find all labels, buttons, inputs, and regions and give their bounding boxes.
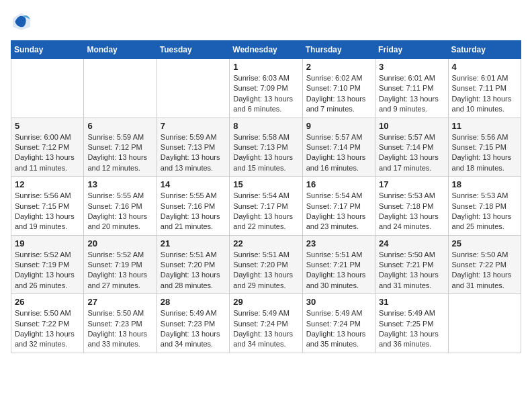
day-number: 14 <box>161 179 226 189</box>
day-info: Sunrise: 5:51 AMSunset: 7:21 PMDaylight:… <box>306 250 371 291</box>
calendar-cell <box>448 294 521 353</box>
day-info: Sunrise: 5:50 AMSunset: 7:23 PMDaylight:… <box>87 308 152 350</box>
day-number: 16 <box>306 179 371 189</box>
logo-icon <box>11 11 32 32</box>
day-info: Sunrise: 5:50 AMSunset: 7:22 PMDaylight:… <box>15 308 80 350</box>
day-number: 27 <box>87 297 152 307</box>
day-info: Sunrise: 5:52 AMSunset: 7:19 PMDaylight:… <box>87 250 152 291</box>
day-info: Sunrise: 5:51 AMSunset: 7:20 PMDaylight:… <box>233 250 298 291</box>
day-info: Sunrise: 5:49 AMSunset: 7:25 PMDaylight:… <box>379 308 444 350</box>
day-info: Sunrise: 6:00 AMSunset: 7:12 PMDaylight:… <box>15 132 80 174</box>
day-info: Sunrise: 6:01 AMSunset: 7:11 PMDaylight:… <box>379 73 444 115</box>
calendar-cell: 30Sunrise: 5:49 AMSunset: 7:24 PMDayligh… <box>302 294 375 353</box>
calendar-cell: 16Sunrise: 5:54 AMSunset: 7:17 PMDayligh… <box>302 177 375 236</box>
day-number: 22 <box>233 238 298 248</box>
day-number: 19 <box>15 238 80 248</box>
calendar-cell: 14Sunrise: 5:55 AMSunset: 7:16 PMDayligh… <box>157 177 229 236</box>
day-number: 6 <box>87 121 152 131</box>
day-info: Sunrise: 5:50 AMSunset: 7:21 PMDaylight:… <box>379 250 444 291</box>
day-number: 20 <box>87 238 152 248</box>
day-info: Sunrise: 5:54 AMSunset: 7:17 PMDaylight:… <box>233 191 298 232</box>
calendar-cell: 26Sunrise: 5:50 AMSunset: 7:22 PMDayligh… <box>11 294 84 353</box>
calendar-row: 26Sunrise: 5:50 AMSunset: 7:22 PMDayligh… <box>11 294 521 353</box>
day-number: 3 <box>379 62 444 72</box>
day-number: 1 <box>233 62 298 72</box>
calendar-cell <box>11 59 84 118</box>
day-info: Sunrise: 5:58 AMSunset: 7:13 PMDaylight:… <box>233 132 298 174</box>
day-number: 31 <box>379 297 444 307</box>
calendar-cell: 28Sunrise: 5:49 AMSunset: 7:23 PMDayligh… <box>157 294 229 353</box>
day-number: 21 <box>161 238 226 248</box>
calendar-cell: 5Sunrise: 6:00 AMSunset: 7:12 PMDaylight… <box>11 118 84 177</box>
calendar-cell: 1Sunrise: 6:03 AMSunset: 7:09 PMDaylight… <box>230 59 302 118</box>
day-info: Sunrise: 5:59 AMSunset: 7:13 PMDaylight:… <box>161 132 226 174</box>
weekday-header: Wednesday <box>230 41 302 59</box>
day-info: Sunrise: 5:53 AMSunset: 7:18 PMDaylight:… <box>379 191 444 232</box>
calendar-cell <box>84 59 157 118</box>
calendar-row: 12Sunrise: 5:56 AMSunset: 7:15 PMDayligh… <box>11 177 521 236</box>
calendar-cell: 4Sunrise: 6:01 AMSunset: 7:11 PMDaylight… <box>448 59 521 118</box>
day-number: 4 <box>452 62 517 72</box>
calendar-cell: 9Sunrise: 5:57 AMSunset: 7:14 PMDaylight… <box>302 118 375 177</box>
weekday-header: Saturday <box>448 41 521 59</box>
day-number: 23 <box>306 238 371 248</box>
calendar-header: SundayMondayTuesdayWednesdayThursdayFrid… <box>11 41 521 59</box>
day-number: 8 <box>233 121 298 131</box>
day-number: 25 <box>452 238 517 248</box>
day-number: 26 <box>15 297 80 307</box>
calendar-cell: 6Sunrise: 5:59 AMSunset: 7:12 PMDaylight… <box>84 118 157 177</box>
day-info: Sunrise: 6:03 AMSunset: 7:09 PMDaylight:… <box>233 73 298 115</box>
day-info: Sunrise: 5:54 AMSunset: 7:17 PMDaylight:… <box>306 191 371 232</box>
calendar-cell: 25Sunrise: 5:50 AMSunset: 7:22 PMDayligh… <box>448 235 521 294</box>
calendar-cell: 23Sunrise: 5:51 AMSunset: 7:21 PMDayligh… <box>302 235 375 294</box>
day-info: Sunrise: 6:01 AMSunset: 7:11 PMDaylight:… <box>452 73 517 115</box>
day-info: Sunrise: 5:57 AMSunset: 7:14 PMDaylight:… <box>379 132 444 174</box>
calendar-row: 1Sunrise: 6:03 AMSunset: 7:09 PMDaylight… <box>11 59 521 118</box>
day-number: 10 <box>379 121 444 131</box>
day-number: 30 <box>306 297 371 307</box>
weekday-header: Thursday <box>302 41 375 59</box>
calendar-cell: 24Sunrise: 5:50 AMSunset: 7:21 PMDayligh… <box>375 235 448 294</box>
calendar-cell: 31Sunrise: 5:49 AMSunset: 7:25 PMDayligh… <box>375 294 448 353</box>
calendar-cell: 17Sunrise: 5:53 AMSunset: 7:18 PMDayligh… <box>375 177 448 236</box>
day-info: Sunrise: 5:50 AMSunset: 7:22 PMDaylight:… <box>452 250 517 291</box>
day-number: 11 <box>452 121 517 131</box>
calendar-table: SundayMondayTuesdayWednesdayThursdayFrid… <box>11 40 521 353</box>
calendar-row: 5Sunrise: 6:00 AMSunset: 7:12 PMDaylight… <box>11 118 521 177</box>
calendar-cell: 3Sunrise: 6:01 AMSunset: 7:11 PMDaylight… <box>375 59 448 118</box>
day-number: 9 <box>306 121 371 131</box>
day-number: 28 <box>161 297 226 307</box>
calendar-cell: 29Sunrise: 5:49 AMSunset: 7:24 PMDayligh… <box>230 294 302 353</box>
day-info: Sunrise: 5:56 AMSunset: 7:15 PMDaylight:… <box>15 191 80 232</box>
day-info: Sunrise: 5:57 AMSunset: 7:14 PMDaylight:… <box>306 132 371 174</box>
calendar-cell: 18Sunrise: 5:53 AMSunset: 7:18 PMDayligh… <box>448 177 521 236</box>
weekday-header: Sunday <box>11 41 84 59</box>
weekday-header: Tuesday <box>157 41 229 59</box>
day-number: 18 <box>452 179 517 189</box>
calendar-cell: 12Sunrise: 5:56 AMSunset: 7:15 PMDayligh… <box>11 177 84 236</box>
day-number: 7 <box>161 121 226 131</box>
calendar-cell: 8Sunrise: 5:58 AMSunset: 7:13 PMDaylight… <box>230 118 302 177</box>
calendar-cell: 19Sunrise: 5:52 AMSunset: 7:19 PMDayligh… <box>11 235 84 294</box>
day-info: Sunrise: 5:56 AMSunset: 7:15 PMDaylight:… <box>452 132 517 174</box>
day-number: 12 <box>15 179 80 189</box>
day-info: Sunrise: 5:55 AMSunset: 7:16 PMDaylight:… <box>161 191 226 232</box>
calendar-row: 19Sunrise: 5:52 AMSunset: 7:19 PMDayligh… <box>11 235 521 294</box>
day-info: Sunrise: 5:49 AMSunset: 7:23 PMDaylight:… <box>161 308 226 350</box>
calendar-cell: 27Sunrise: 5:50 AMSunset: 7:23 PMDayligh… <box>84 294 157 353</box>
day-number: 5 <box>15 121 80 131</box>
page-header <box>11 11 521 32</box>
day-info: Sunrise: 5:59 AMSunset: 7:12 PMDaylight:… <box>87 132 152 174</box>
calendar-cell: 13Sunrise: 5:55 AMSunset: 7:16 PMDayligh… <box>84 177 157 236</box>
day-info: Sunrise: 5:49 AMSunset: 7:24 PMDaylight:… <box>306 308 371 350</box>
day-info: Sunrise: 5:49 AMSunset: 7:24 PMDaylight:… <box>233 308 298 350</box>
day-number: 24 <box>379 238 444 248</box>
day-info: Sunrise: 5:55 AMSunset: 7:16 PMDaylight:… <box>87 191 152 232</box>
day-info: Sunrise: 5:53 AMSunset: 7:18 PMDaylight:… <box>452 191 517 232</box>
calendar-cell: 15Sunrise: 5:54 AMSunset: 7:17 PMDayligh… <box>230 177 302 236</box>
weekday-header: Monday <box>84 41 157 59</box>
calendar-cell: 7Sunrise: 5:59 AMSunset: 7:13 PMDaylight… <box>157 118 229 177</box>
calendar-cell: 10Sunrise: 5:57 AMSunset: 7:14 PMDayligh… <box>375 118 448 177</box>
logo <box>11 11 35 32</box>
calendar-cell: 22Sunrise: 5:51 AMSunset: 7:20 PMDayligh… <box>230 235 302 294</box>
